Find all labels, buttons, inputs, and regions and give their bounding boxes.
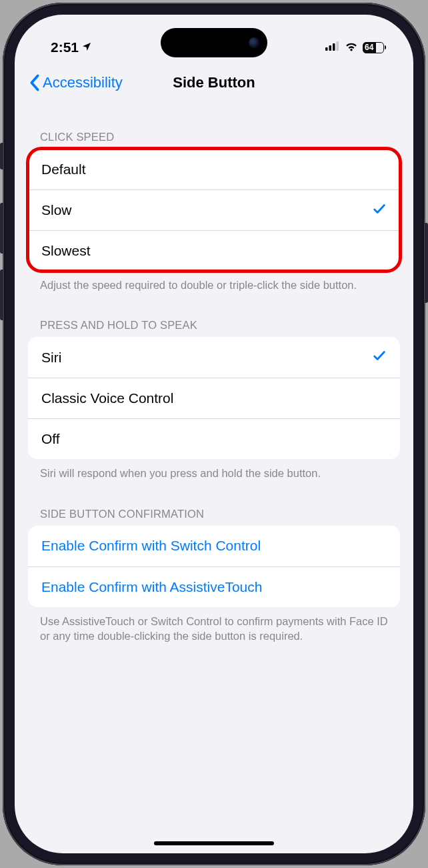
svg-rect-2 <box>333 43 335 51</box>
phone-frame: 2:51 64 Accessibil <box>3 3 425 865</box>
option-off[interactable]: Off <box>28 418 400 459</box>
section-header-confirmation: SIDE BUTTON CONFIRMATION <box>28 481 400 526</box>
page-title: Side Button <box>173 74 255 91</box>
confirmation-group: Enable Confirm with Switch Control Enabl… <box>28 526 400 607</box>
svg-rect-1 <box>329 45 332 51</box>
side-button-hardware <box>425 223 428 303</box>
cellular-icon <box>325 41 340 53</box>
svg-rect-3 <box>337 41 339 51</box>
volume-down-button <box>0 270 3 320</box>
svg-rect-0 <box>325 47 328 51</box>
press-hold-group: Siri Classic Voice Control Off <box>28 337 400 459</box>
click-speed-group: Default Slow Slowest <box>28 149 400 271</box>
section-header-press-hold: PRESS AND HOLD TO SPEAK <box>28 292 400 337</box>
checkmark-icon <box>372 201 387 220</box>
section-footer-click-speed: Adjust the speed required to double or t… <box>28 271 400 292</box>
location-icon <box>81 39 92 55</box>
back-label: Accessibility <box>43 74 123 91</box>
section-footer-press-hold: Siri will respond when you press and hol… <box>28 459 400 480</box>
option-label: Classic Voice Control <box>41 390 173 406</box>
home-indicator[interactable] <box>154 841 274 845</box>
option-default[interactable]: Default <box>28 149 400 189</box>
option-label: Slow <box>41 202 72 218</box>
clock: 2:51 <box>51 39 79 55</box>
option-slow[interactable]: Slow <box>28 189 400 230</box>
battery-icon: 64 <box>363 42 384 53</box>
navigation-bar: Accessibility Side Button <box>15 64 413 100</box>
enable-assistivetouch-button[interactable]: Enable Confirm with AssistiveTouch <box>28 566 400 607</box>
chevron-left-icon <box>28 73 41 92</box>
battery-percent: 64 <box>365 42 373 53</box>
enable-switch-control-button[interactable]: Enable Confirm with Switch Control <box>28 526 400 566</box>
wifi-icon <box>344 41 359 54</box>
content: CLICK SPEED Default Slow Slowest Adjust … <box>15 100 413 657</box>
dynamic-island <box>161 28 267 57</box>
screen: 2:51 64 Accessibil <box>15 15 413 853</box>
option-slowest[interactable]: Slowest <box>28 230 400 271</box>
mute-switch <box>0 143 3 169</box>
section-header-click-speed: CLICK SPEED <box>28 100 400 149</box>
front-camera <box>249 37 259 48</box>
option-label: Default <box>41 161 86 177</box>
section-footer-confirmation: Use AssistiveTouch or Switch Control to … <box>28 607 400 644</box>
status-right: 64 <box>325 41 384 54</box>
back-button[interactable]: Accessibility <box>28 73 123 92</box>
link-label: Enable Confirm with Switch Control <box>41 538 261 554</box>
status-left: 2:51 <box>51 39 92 55</box>
checkmark-icon <box>372 348 387 366</box>
volume-up-button <box>0 203 3 254</box>
option-label: Slowest <box>41 243 91 259</box>
link-label: Enable Confirm with AssistiveTouch <box>41 579 262 595</box>
option-siri[interactable]: Siri <box>28 337 400 378</box>
option-classic-voice-control[interactable]: Classic Voice Control <box>28 378 400 418</box>
option-label: Off <box>41 431 60 447</box>
option-label: Siri <box>41 350 61 366</box>
